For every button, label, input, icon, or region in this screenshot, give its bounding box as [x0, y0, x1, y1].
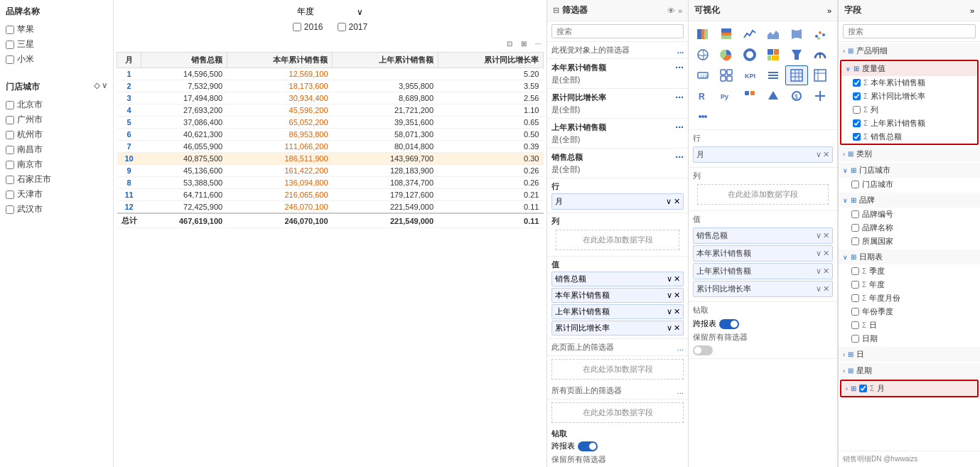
- val-2-expand[interactable]: ∨: [667, 307, 672, 316]
- brand-samsung[interactable]: 三星: [6, 37, 107, 52]
- year-2016-checkbox[interactable]: [293, 23, 301, 31]
- city-guangzhou[interactable]: 广州市: [6, 112, 107, 127]
- val-2-remove[interactable]: ✕: [674, 307, 680, 316]
- col-add-field[interactable]: 在此处添加数据字段: [556, 230, 679, 250]
- filter-dots-1[interactable]: ···: [675, 92, 684, 103]
- city-shijiazhuang[interactable]: 石家庄市: [6, 172, 107, 187]
- viz-icon-custom2[interactable]: [762, 86, 785, 106]
- viz-icon-custom4[interactable]: [809, 86, 831, 106]
- city-wuhan[interactable]: 武汉市: [6, 202, 107, 217]
- viz-val-field-1[interactable]: 本年累计销售额 ∨✕: [693, 245, 833, 262]
- field-brand-country-cb[interactable]: [851, 237, 859, 245]
- measure-sales-cb[interactable]: [853, 133, 861, 141]
- val-1-remove[interactable]: ✕: [674, 291, 680, 300]
- group-measures-header[interactable]: ∨ ⊞ 度量值: [841, 61, 977, 76]
- group-date-table-header[interactable]: ∨ ⊞ 日期表: [839, 249, 980, 264]
- table-row[interactable]: 945,136,600161,422,200128,183,9000.26: [117, 165, 544, 177]
- city-hangzhou[interactable]: 杭州市: [6, 127, 107, 142]
- viz-icon-stacked-col[interactable]: [715, 24, 738, 44]
- viz-icon-custom1[interactable]: [738, 86, 761, 106]
- filter-block-current-year[interactable]: 本年累计销售额 ··· 是(全部): [547, 59, 688, 89]
- table-row[interactable]: 853,388,500136,094,800108,374,7000.26: [117, 177, 544, 189]
- city-sort-icon[interactable]: ◇: [94, 81, 99, 93]
- viz-icon-map[interactable]: [691, 45, 714, 65]
- city-nanchang-checkbox[interactable]: [6, 146, 14, 154]
- group-category-header[interactable]: › ⊞ 类别: [839, 146, 980, 161]
- field-day-cb[interactable]: [851, 321, 859, 329]
- viz-more-icon[interactable]: »: [827, 6, 831, 15]
- viz-val-field-0[interactable]: 销售总额 ∨✕: [693, 227, 833, 244]
- field-year-quarter[interactable]: 年份季度: [839, 305, 980, 318]
- brand-apple[interactable]: 苹果: [6, 22, 107, 37]
- viz-val-field-3[interactable]: 累计同比增长率 ∨✕: [693, 281, 833, 297]
- viz-icon-python[interactable]: Py: [715, 86, 738, 106]
- filter-dots-2[interactable]: ···: [675, 122, 684, 133]
- viz-row-field[interactable]: 月 ∨ ✕: [693, 146, 833, 163]
- viz-icon-ribbon[interactable]: [785, 24, 808, 44]
- viz-icon-treemap[interactable]: [762, 45, 785, 65]
- viz-keep-filters-toggle[interactable]: [693, 345, 713, 355]
- city-nanjing-checkbox[interactable]: [6, 161, 14, 169]
- brand-apple-checkbox[interactable]: [6, 26, 14, 34]
- viz-val-1-expand[interactable]: ∨: [816, 249, 822, 258]
- viz-val-3-expand[interactable]: ∨: [816, 284, 822, 294]
- field-quarter[interactable]: Σ 季度: [839, 264, 980, 278]
- viz-icon-r[interactable]: R: [691, 86, 714, 106]
- fields-search-input[interactable]: [843, 24, 976, 38]
- viz-val-2-remove[interactable]: ✕: [823, 267, 829, 276]
- viz-icon-matrix[interactable]: [809, 65, 831, 85]
- val-0-expand[interactable]: ∨: [667, 274, 672, 284]
- drill-toggle-switch[interactable]: [578, 441, 598, 451]
- group-store-city-header[interactable]: ∨ ⊞ 门店城市: [839, 163, 980, 178]
- viz-icon-donut[interactable]: [738, 45, 761, 65]
- viz-val-0-expand[interactable]: ∨: [816, 231, 822, 240]
- viz-icon-line[interactable]: [738, 24, 761, 44]
- filter-block-last-year[interactable]: 上年累计销售额 ··· 是(全部): [547, 119, 688, 149]
- table-row[interactable]: 1272,425,900246,070,100221,549,0000.11: [117, 201, 544, 214]
- table-row[interactable]: 746,055,900111,066,20080,014,8000.39: [117, 141, 544, 153]
- viz-val-0-remove[interactable]: ✕: [823, 231, 829, 240]
- field-brand-code[interactable]: 品牌编号: [839, 208, 980, 221]
- header-last-year[interactable]: 上年累计销售额: [333, 53, 438, 68]
- year-dropdown-icon[interactable]: ∨: [357, 7, 363, 17]
- expand-icon[interactable]: ⊞: [518, 38, 529, 49]
- viz-row-remove-icon[interactable]: ✕: [823, 150, 829, 159]
- table-row[interactable]: 1164,711,600216,065,600179,127,6000.21: [117, 189, 544, 201]
- group-day-header[interactable]: › ⊞ 日: [839, 347, 980, 362]
- brand-samsung-checkbox[interactable]: [6, 41, 14, 49]
- page-add-field[interactable]: 在此处添加数据字段: [551, 359, 684, 380]
- field-store-city-cb[interactable]: [851, 181, 859, 188]
- viz-col-add-field[interactable]: 在此处添加数据字段: [697, 184, 829, 205]
- city-nanchang[interactable]: 南昌市: [6, 142, 107, 157]
- viz-row-expand-icon[interactable]: ∨: [816, 150, 822, 159]
- field-brand-country[interactable]: 所属国家: [839, 235, 980, 248]
- city-beijing[interactable]: 北京市: [6, 97, 107, 112]
- field-year-month-cb[interactable]: [851, 294, 859, 302]
- filter-more-icon[interactable]: »: [678, 6, 682, 15]
- table-row[interactable]: 1040,875,500186,511,900143,969,7000.30: [117, 153, 544, 165]
- city-guangzhou-checkbox[interactable]: [6, 116, 14, 124]
- header-current-year[interactable]: 本年累计销售额: [227, 53, 332, 68]
- field-day[interactable]: Σ 日: [839, 318, 980, 332]
- measure-last-year[interactable]: Σ 上年累计销售额: [841, 117, 977, 130]
- val-0-remove[interactable]: ✕: [674, 274, 680, 284]
- measure-growth[interactable]: Σ 累计同比增长率: [841, 90, 977, 103]
- viz-icon-multi-card[interactable]: [715, 65, 738, 85]
- measure-col-cb[interactable]: [853, 106, 861, 114]
- field-brand-name[interactable]: 品牌名称: [839, 221, 980, 235]
- viz-val-field-2[interactable]: 上年累计销售额 ∨✕: [693, 263, 833, 279]
- viz-icon-custom3[interactable]: $: [785, 86, 808, 106]
- brand-xiaomi[interactable]: 小米: [6, 52, 107, 67]
- measure-sales[interactable]: Σ 销售总额: [841, 130, 977, 144]
- city-tianjin[interactable]: 天津市: [6, 187, 107, 202]
- filter-icon[interactable]: ⊡: [504, 38, 515, 49]
- field-year-quarter-cb[interactable]: [851, 308, 859, 316]
- field-year-cb[interactable]: [851, 281, 859, 289]
- table-row[interactable]: 27,532,90018,173,6003,955,8003.59: [117, 80, 544, 92]
- val-1-expand[interactable]: ∨: [667, 291, 672, 300]
- field-date[interactable]: 日期: [839, 332, 980, 345]
- city-expand-icon[interactable]: ∨: [102, 81, 107, 93]
- measure-growth-cb[interactable]: [853, 92, 861, 100]
- header-month[interactable]: 月: [117, 53, 141, 68]
- city-shijiazhuang-checkbox[interactable]: [6, 176, 14, 184]
